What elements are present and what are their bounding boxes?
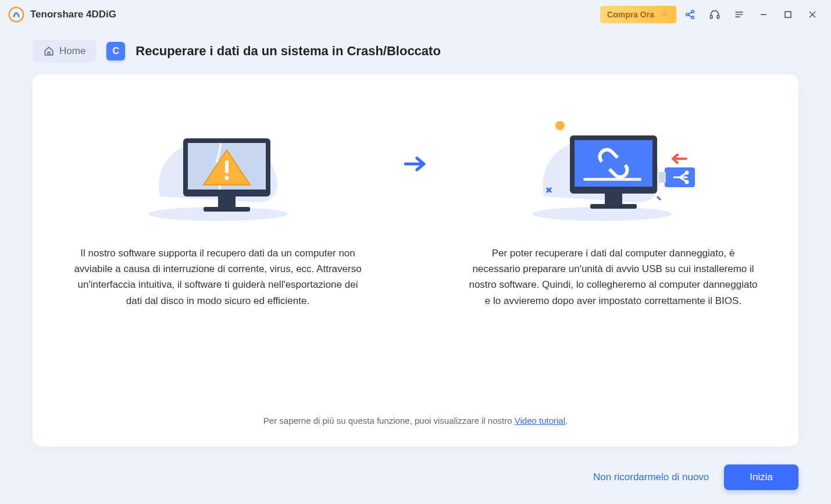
buy-now-label: Compra Ora bbox=[607, 10, 654, 19]
svg-rect-28 bbox=[659, 172, 666, 183]
diamond-icon bbox=[659, 9, 669, 20]
svg-point-20 bbox=[532, 207, 672, 221]
svg-point-21 bbox=[555, 121, 565, 130]
app-title: Tenorshare 4DDiG bbox=[30, 9, 116, 20]
menu-icon[interactable] bbox=[729, 4, 750, 25]
page-title: Recuperare i dati da un sistema in Crash… bbox=[135, 44, 441, 59]
home-label: Home bbox=[59, 45, 85, 57]
svg-rect-18 bbox=[218, 196, 236, 207]
left-column: Il nostro software supporta il recupero … bbox=[61, 109, 375, 309]
svg-rect-5 bbox=[717, 16, 719, 19]
left-description: Il nostro software supporta il recupero … bbox=[73, 245, 363, 309]
svg-point-0 bbox=[9, 8, 24, 22]
svg-rect-24 bbox=[583, 178, 641, 181]
svg-rect-25 bbox=[605, 194, 622, 204]
home-breadcrumb-button[interactable]: Home bbox=[33, 40, 96, 63]
recovery-computer-illustration bbox=[515, 109, 712, 226]
buy-now-button[interactable]: Compra Ora bbox=[600, 6, 676, 23]
svg-point-17 bbox=[224, 176, 229, 180]
tutorial-prefix: Per saperne di più su questa funzione, p… bbox=[263, 416, 515, 426]
titlebar-right: Compra Ora bbox=[600, 4, 823, 25]
dont-remind-link[interactable]: Non ricordarmelo di nuovo bbox=[593, 471, 709, 483]
minimize-button[interactable] bbox=[753, 4, 774, 25]
right-column: Per poter recuperare i dati dal computer… bbox=[456, 109, 771, 309]
svg-rect-26 bbox=[590, 204, 637, 209]
main-card: Il nostro software supporta il recupero … bbox=[33, 74, 798, 446]
footer-actions: Non ricordarmelo di nuovo Inizia bbox=[593, 464, 798, 490]
titlebar-left: Tenorshare 4DDiG bbox=[8, 6, 116, 23]
crashed-computer-illustration bbox=[119, 109, 317, 226]
svg-rect-10 bbox=[785, 12, 791, 17]
video-tutorial-link[interactable]: Video tutorial bbox=[515, 416, 565, 426]
tutorial-suffix: . bbox=[565, 416, 568, 426]
svg-rect-16 bbox=[225, 160, 229, 173]
breadcrumb: Home C Recuperare i dati da un sistema i… bbox=[0, 29, 831, 63]
content-row: Il nostro software supporta il recupero … bbox=[56, 109, 775, 309]
share-icon[interactable] bbox=[680, 4, 701, 25]
svg-rect-4 bbox=[711, 16, 712, 19]
app-logo-icon bbox=[8, 6, 24, 23]
crash-recovery-icon: C bbox=[106, 42, 125, 60]
titlebar: Tenorshare 4DDiG Compra Ora bbox=[0, 0, 831, 29]
right-description: Per poter recuperare i dati dal computer… bbox=[468, 245, 759, 309]
close-button[interactable] bbox=[802, 4, 823, 25]
svg-rect-19 bbox=[204, 207, 250, 212]
maximize-button[interactable] bbox=[777, 4, 798, 25]
arrow-icon bbox=[398, 156, 433, 172]
tutorial-text: Per saperne di più su questa funzione, p… bbox=[33, 416, 798, 426]
headphones-icon[interactable] bbox=[704, 4, 725, 25]
start-button[interactable]: Inizia bbox=[724, 464, 798, 490]
